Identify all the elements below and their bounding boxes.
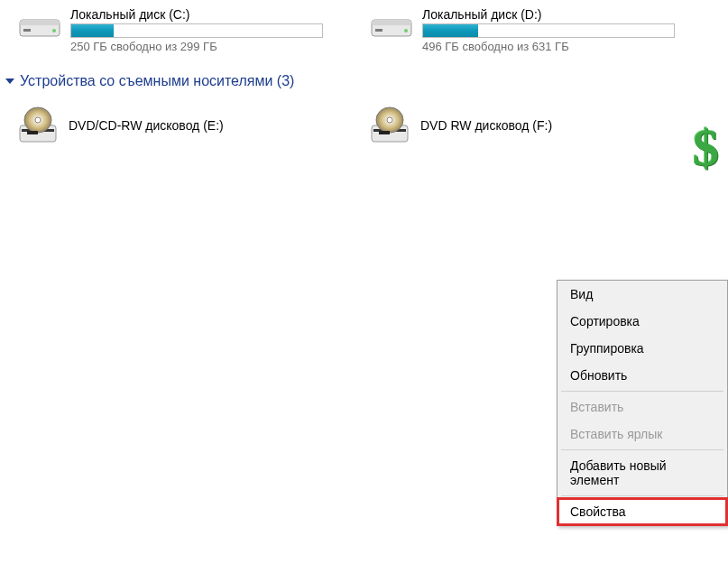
drive-freespace: 250 ГБ свободно из 299 ГБ: [70, 40, 334, 53]
drive-label: Локальный диск (D:): [422, 7, 686, 22]
menu-properties[interactable]: Свойства: [558, 498, 727, 525]
menu-separator: [561, 391, 723, 392]
menu-paste-shortcut: Вставить ярлык: [558, 421, 727, 448]
drive-f[interactable]: DVD RW дисковод (F:): [370, 106, 686, 145]
drive-info: Локальный диск (D:) 496 ГБ свободно из 6…: [422, 7, 686, 53]
dollar-icon: $: [693, 117, 719, 178]
svg-point-7: [404, 29, 408, 32]
svg-rect-6: [375, 29, 382, 32]
svg-point-11: [35, 117, 41, 123]
svg-rect-5: [372, 20, 411, 25]
drive-c[interactable]: Локальный диск (C:) 250 ГБ свободно из 2…: [18, 7, 334, 53]
removable-devices-header[interactable]: Устройства со съемными носителями (3): [0, 60, 728, 98]
menu-separator: [561, 449, 723, 450]
space-bar: [70, 23, 323, 38]
svg-point-16: [387, 117, 392, 123]
svg-point-3: [52, 29, 56, 32]
drive-label: DVD/CD-RW дисковод (E:): [69, 118, 224, 133]
drive-label: Локальный диск (C:): [70, 7, 334, 22]
drive-e[interactable]: DVD/CD-RW дисковод (E:): [18, 106, 334, 145]
svg-rect-2: [23, 29, 31, 32]
svg-rect-1: [20, 20, 60, 25]
svg-rect-12: [27, 131, 38, 134]
menu-refresh[interactable]: Обновить: [558, 362, 727, 389]
drive-info: Локальный диск (C:) 250 ГБ свободно из 2…: [70, 7, 334, 53]
space-bar: [422, 23, 675, 38]
menu-sort[interactable]: Сортировка: [558, 308, 727, 335]
drive-freespace: 496 ГБ свободно из 631 ГБ: [422, 40, 686, 53]
menu-separator: [561, 495, 723, 496]
menu-add-new[interactable]: Добавить новый элемент: [558, 452, 727, 494]
dvd-drive-icon: [370, 106, 410, 145]
context-menu: Вид Сортировка Группировка Обновить Вста…: [557, 280, 728, 526]
hdd-icon: [370, 7, 413, 40]
svg-rect-17: [379, 131, 390, 134]
drive-d[interactable]: Локальный диск (D:) 496 ГБ свободно из 6…: [370, 7, 686, 53]
dvd-drive-icon: [18, 106, 58, 145]
optical-drives-row: DVD/CD-RW дисковод (E:) DVD RW дисковод …: [0, 98, 728, 153]
section-title: Устройства со съемными носителями (3): [20, 73, 294, 89]
menu-group[interactable]: Группировка: [558, 335, 727, 362]
hdd-icon: [18, 7, 61, 40]
drive-label: DVD RW дисковод (F:): [420, 118, 552, 133]
menu-view[interactable]: Вид: [558, 281, 727, 308]
hard-drives-row: Локальный диск (C:) 250 ГБ свободно из 2…: [0, 0, 728, 60]
menu-paste: Вставить: [558, 393, 727, 421]
collapse-triangle-icon: [5, 79, 14, 84]
